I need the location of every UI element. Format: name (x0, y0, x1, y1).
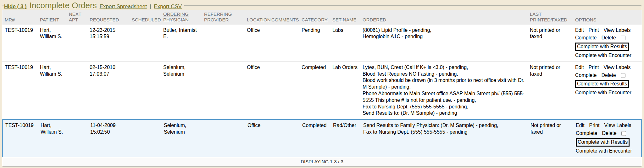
cell-requested: 11-04-2009 15:02:50 (88, 120, 130, 157)
cell-options: Edit Print View Labels Complete Delete C… (573, 62, 642, 119)
print-link[interactable]: Print (589, 64, 599, 71)
column-header-requested[interactable]: REQUESTED (87, 10, 129, 24)
cell-options: Edit Print View Labels Complete Delete C… (573, 25, 642, 61)
cell-ordering-physician: Selenium, Selenium (161, 62, 202, 119)
column-header-next-apt: NEXT APT (66, 10, 87, 24)
panel-title: Incomplete Orders (30, 1, 97, 10)
edit-link[interactable]: Edit (575, 27, 584, 34)
cell-mr: TEST-10019 (2, 62, 37, 119)
view-labels-link[interactable]: View Labels (603, 27, 630, 34)
cell-scheduled (130, 120, 161, 157)
cell-referring-provider (202, 25, 244, 61)
view-labels-link[interactable]: View Labels (604, 122, 631, 129)
cell-comments (269, 62, 299, 119)
order-checkbox[interactable] (621, 73, 625, 78)
complete-with-encounter-link[interactable]: Complete with Encounter (575, 52, 631, 59)
complete-with-encounter-link[interactable]: Complete with Encounter (576, 148, 632, 154)
table-header-row: MR# PATIENT NEXT APT REQUESTED SCHEDULED… (2, 10, 642, 24)
cell-set-name: Rad/Other (330, 120, 361, 157)
edit-link[interactable]: Edit (576, 122, 585, 129)
cell-mr: TEST-10019 (2, 25, 37, 61)
column-header-comments: COMMENTS (269, 10, 299, 24)
cell-requested: 02-15-2010 17:03:07 (87, 62, 129, 119)
cell-mr: TEST-10019 (3, 120, 38, 157)
cell-patient: Hart, William S. (38, 120, 67, 157)
cell-next-apt (66, 25, 87, 61)
column-header-ordered[interactable]: ORDERED (360, 10, 527, 24)
column-header-patient: PATIENT (37, 10, 66, 24)
cell-options: Edit Print View Labels Complete Delete C… (573, 120, 641, 157)
cell-set-name: Lab Orders (330, 62, 360, 119)
column-header-set-name[interactable]: SET NAME (330, 10, 360, 24)
cell-patient: Hart, William S. (37, 62, 66, 119)
table-row[interactable]: TEST-10019 Hart, William S. 02-15-2010 1… (2, 62, 642, 119)
column-header-location[interactable]: LOCATION (244, 10, 269, 24)
cell-category: Completed (300, 120, 330, 157)
cell-comments (269, 120, 300, 157)
cell-referring-provider (202, 62, 244, 119)
delete-link[interactable]: Delete (601, 35, 616, 41)
complete-with-results-button[interactable]: Complete with Results (575, 80, 629, 88)
delete-link[interactable]: Delete (602, 130, 616, 137)
column-header-category[interactable]: CATEGORY (299, 10, 330, 24)
cell-referring-provider (202, 120, 245, 157)
cell-scheduled (129, 25, 161, 61)
export-csv-link[interactable]: Export CSV (154, 3, 182, 10)
table-row-selected[interactable]: TEST-10019 Hart, William S. 11-04-2009 1… (2, 119, 642, 157)
cell-last-printed-faxed: Not printed or faxed (527, 25, 573, 61)
links-separator: | (150, 3, 151, 10)
column-header-mr: MR# (2, 10, 37, 24)
column-header-last-printed-faxed: LAST PRINTED/FAXED (527, 10, 573, 24)
cell-category: Pending (299, 25, 330, 61)
view-labels-link[interactable]: View Labels (603, 64, 630, 71)
cell-last-printed-faxed: Not printed or faxed (527, 62, 573, 119)
print-link[interactable]: Print (589, 27, 599, 34)
cell-requested: 12-23-2015 15:15:59 (87, 25, 129, 61)
cell-location: Office (244, 62, 269, 119)
order-checkbox[interactable] (621, 131, 626, 136)
orders-table: MR# PATIENT NEXT APT REQUESTED SCHEDULED… (2, 10, 642, 166)
cell-location: Office (245, 120, 269, 157)
cell-next-apt (67, 120, 88, 157)
cell-last-printed-faxed: Not printed or faxed (528, 120, 573, 157)
cell-ordered: (80061) Lipid Profile - pending, Hemoglo… (360, 25, 527, 61)
complete-with-encounter-link[interactable]: Complete with Encounter (575, 90, 631, 96)
cell-ordering-physician: Selenium, Selenium (161, 120, 202, 157)
cell-comments (269, 25, 299, 61)
column-header-referring-provider: REFERRING PROVIDER (202, 10, 244, 24)
edit-link[interactable]: Edit (575, 64, 584, 71)
export-spreadsheet-link[interactable]: Export Spreadsheet (100, 3, 147, 10)
cell-location: Office (244, 25, 269, 61)
cell-ordered: Send Results to Family Physician: (Dr. M… (361, 120, 528, 157)
column-header-scheduled[interactable]: SCHEDULED (129, 10, 161, 24)
cell-ordered: Lytes, BUN, Creat (Call if K+ is <3.0) -… (360, 62, 527, 119)
complete-link[interactable]: Complete (575, 72, 597, 79)
hide-orders-link[interactable]: Hide ( 3 ) (4, 3, 27, 10)
column-header-ordering-physician[interactable]: ORDERING PHYSICIAN (161, 10, 202, 24)
table-row[interactable]: TEST-10019 Hart, William S. 12-23-2015 1… (2, 25, 642, 62)
paging-status: DISPLAYING 1-3 / 3 (2, 157, 642, 166)
cell-category: Completed (299, 62, 330, 119)
order-checkbox[interactable] (621, 36, 625, 40)
bottom-actions-bar: Complete with Encounter Check All ? Comp… (0, 167, 644, 168)
panel-legend: Hide ( 3 ) Incomplete Orders Export Spre… (3, 1, 184, 10)
column-header-options: OPTIONS (573, 10, 642, 24)
cell-set-name: Labs (330, 25, 360, 61)
complete-with-results-button[interactable]: Complete with Results (576, 138, 630, 147)
complete-link[interactable]: Complete (575, 35, 597, 41)
cell-patient: Hart, William S. (37, 25, 66, 61)
complete-link[interactable]: Complete (576, 130, 597, 137)
print-link[interactable]: Print (589, 122, 600, 129)
cell-ordering-physician: Butler, Internist E. (161, 25, 202, 61)
delete-link[interactable]: Delete (601, 72, 616, 79)
cell-scheduled (129, 62, 161, 119)
cell-next-apt (66, 62, 87, 119)
complete-with-results-button[interactable]: Complete with Results (575, 43, 629, 51)
incomplete-orders-panel: Hide ( 3 ) Incomplete Orders Export Spre… (2, 1, 642, 167)
